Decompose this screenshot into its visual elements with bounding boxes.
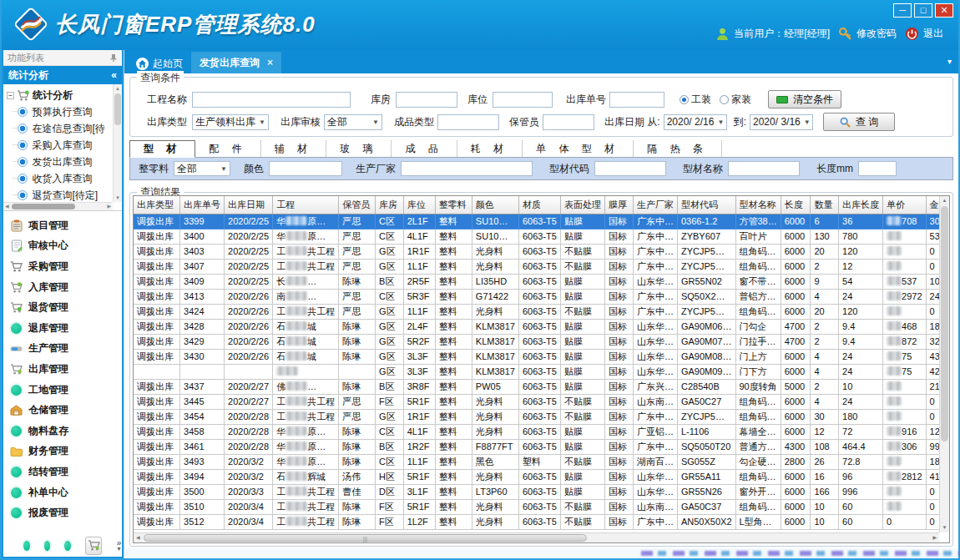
column-header[interactable]: 出库日期 <box>225 196 273 214</box>
column-header[interactable]: 保管员 <box>339 196 376 214</box>
product-type-input[interactable] <box>437 114 499 130</box>
column-header[interactable]: 工程 <box>273 196 339 214</box>
material-tab-5[interactable]: 耗 材 <box>457 140 523 157</box>
table-row[interactable]: 调拨出库34072020/2/25工共工程严思G区1L1F整料光身料6063-T… <box>134 259 949 274</box>
sidebar-item-补单中心[interactable]: 补单中心 <box>10 482 120 503</box>
table-row[interactable]: 调拨出库33992020/2/25华原…严思C区2L1F整料SU10…6063-… <box>134 214 949 229</box>
material-tab-6[interactable]: 单 体 型 材 <box>523 140 634 157</box>
grid-vertical-scrollbar[interactable]: ▲▼ <box>939 196 949 532</box>
column-header[interactable]: 库房 <box>376 196 404 214</box>
radio-jiazhuang[interactable]: 家装 <box>720 93 751 107</box>
column-header[interactable]: 型材名称 <box>735 196 781 214</box>
warehouse-input[interactable] <box>396 92 457 108</box>
table-row[interactable]: 调拨出库34002020/2/25华原…严思C区4L1F整料SU10…6063-… <box>134 229 949 244</box>
tree-vertical-scrollbar[interactable]: ▲ ▼ <box>113 84 122 202</box>
table-row[interactable]: 调拨出库34132020/2/26南…严思C区5R3F整料G714226063-… <box>134 289 949 304</box>
sidebar-item-项目管理[interactable]: 项目管理 <box>10 215 120 236</box>
table-row[interactable]: 调拨出库34032020/2/25工共工程严思G区1R1F整料光身料6063-T… <box>134 244 949 259</box>
project-name-input[interactable] <box>192 92 351 108</box>
column-header[interactable]: 型材代码 <box>677 196 735 214</box>
column-header[interactable]: 表面处理 <box>560 196 604 214</box>
date-from-select[interactable]: 2020/ 2/16▼ <box>664 114 727 130</box>
column-header[interactable]: 颜色 <box>472 196 518 214</box>
column-header[interactable]: 单价 <box>883 196 926 214</box>
keeper-input[interactable] <box>543 114 594 130</box>
sidebar-item-退货管理[interactable]: 退货管理 <box>10 297 120 318</box>
grid-horizontal-scrollbar[interactable]: ◀▶ <box>134 532 939 542</box>
column-header[interactable]: 库位 <box>403 196 435 214</box>
table-row[interactable]: 调拨出库34302020/2/26石城陈琳G区3L3F整料KLM38176063… <box>134 349 949 364</box>
table-row[interactable]: 调拨出库35122020/3/4工共工程陈琳F区1L2F整料光身料6063-T5… <box>134 514 949 529</box>
table-row[interactable]: 调拨出库34582020/2/28华原…陈琳C区4L1F整料光身料6063-T5… <box>134 424 949 439</box>
tree-item-预算执行查询[interactable]: ┄预算执行查询 <box>7 103 110 120</box>
tree-item-采购入库查询[interactable]: ┄采购入库查询 <box>7 137 110 154</box>
column-header[interactable]: 数量 <box>811 196 839 214</box>
table-row[interactable]: 调拨出库34372020/2/27佛…陈琳B区3R8F整料PW056063-T5… <box>134 379 949 394</box>
audit-select[interactable]: 全部▼ <box>324 114 382 130</box>
table-row[interactable]: 调拨出库34282020/2/26石城陈琳G区2L4F整料KLM38176063… <box>134 319 949 334</box>
length-input[interactable] <box>858 161 897 176</box>
location-input[interactable] <box>493 92 553 108</box>
tree-root[interactable]: − 统计分析 <box>7 87 110 103</box>
column-header[interactable]: 出库长度 <box>839 196 883 214</box>
column-header[interactable]: 整零料 <box>435 196 472 214</box>
minimize-button[interactable]: ─ <box>893 3 912 18</box>
sidebar-item-退库管理[interactable]: 退库管理 <box>10 318 120 339</box>
cart-shortcut-button[interactable] <box>85 537 102 555</box>
tree-item-发货出库查询[interactable]: ┄发货出库查询 <box>7 154 110 170</box>
teal-dot-icon[interactable] <box>23 541 30 551</box>
table-row[interactable]: 调拨出库35002020/3/3工共工程曹佳D区3L1F整料LT3P606063… <box>134 484 949 499</box>
material-tab-7[interactable]: 隔 热 条 <box>634 140 722 157</box>
table-row[interactable]: 调拨出库34942020/3/2石辉城汤伟H区5R1F整料光身料6063-T5贴… <box>134 469 949 484</box>
table-row[interactable]: G区3L3F整料KLM38176063-T5贴膜国标山东华…GA90M09…门下… <box>134 364 949 379</box>
pin-icon[interactable] <box>109 53 118 63</box>
material-tab-4[interactable]: 成 品 <box>392 140 457 157</box>
section-header-stats[interactable]: 统计分析 « <box>3 66 122 84</box>
column-header[interactable]: 膜厚 <box>604 196 633 214</box>
radio-gongzhuang[interactable]: 工装 <box>680 93 711 107</box>
order-no-input[interactable] <box>609 92 664 108</box>
sidebar-item-工地管理[interactable]: 工地管理 <box>10 380 120 401</box>
tab-list-caret-icon[interactable]: ▾ <box>947 57 952 66</box>
tree-item-退货查询[待定][interactable]: ┄退货查询[待定] <box>7 187 110 204</box>
tree-item-在途信息查询[待[interactable]: ┄在途信息查询[待 <box>7 120 110 137</box>
sidebar-item-财务管理[interactable]: 财务管理 <box>10 441 120 462</box>
collapse-icon[interactable]: « <box>111 69 117 81</box>
out-type-select[interactable]: 生产领料出库▼ <box>192 114 269 130</box>
teal-dot-icon[interactable] <box>64 541 71 551</box>
sidebar-item-生产管理[interactable]: 生产管理 <box>10 339 120 360</box>
table-row[interactable]: 调拨出库34932020/3/2华原…陈琳C区1L1F整料黑色塑料不贴膜国标湖南… <box>134 454 949 469</box>
color-input[interactable] <box>269 161 342 176</box>
column-header[interactable]: 生产厂家 <box>633 196 677 214</box>
change-password-link[interactable]: 修改密码 <box>838 27 897 41</box>
search-button[interactable]: 查 询 <box>823 113 895 131</box>
sidebar-item-结转管理[interactable]: 结转管理 <box>10 462 120 482</box>
table-row[interactable]: 调拨出库35102020/3/4工共工程陈琳F区5R1F整料光身料6063-T5… <box>134 499 949 514</box>
clear-conditions-button[interactable]: 清空条件 <box>768 90 841 108</box>
table-row[interactable]: 调拨出库34092020/2/25长…陈琳B区2R5F整料LI35HD6063-… <box>134 274 949 289</box>
table-row[interactable]: 调拨出库34612020/2/28华原…陈琳B区1R2F整料F8877FT606… <box>134 439 949 454</box>
maximize-button[interactable]: □ <box>914 3 932 18</box>
tab-shipment-query[interactable]: 发货出库查询 × <box>191 52 281 73</box>
table-row[interactable]: 调拨出库34292020/2/26石城陈琳G区5R2F整料KLM38176063… <box>134 334 949 349</box>
sidebar-item-报废管理[interactable]: 报废管理 <box>10 502 120 523</box>
date-to-select[interactable]: 2020/ 3/16▼ <box>750 114 813 130</box>
column-header[interactable]: 材质 <box>518 196 560 214</box>
sidebar-item-物料盘存[interactable]: 物料盘存 <box>10 421 120 441</box>
column-header[interactable]: 长度 <box>781 196 811 214</box>
sidebar-overflow-button[interactable]: » ▼ <box>116 540 122 552</box>
material-tab-0[interactable]: 型 材 <box>129 140 195 158</box>
name-input[interactable] <box>728 161 800 176</box>
close-button[interactable]: ✕ <box>935 3 953 18</box>
column-header[interactable]: 出库类型 <box>134 196 180 214</box>
sidebar-item-审核中心[interactable]: 审核中心 <box>10 236 120 257</box>
sidebar-item-采购管理[interactable]: 采购管理 <box>10 256 120 277</box>
zl-select[interactable]: 全部▼ <box>174 161 230 176</box>
tree-horizontal-scrollbar[interactable]: ◀ ▶ <box>3 202 113 210</box>
table-row[interactable]: 调拨出库34452020/2/27工共工程严思F区5R1F整料光身料6063-T… <box>134 394 949 409</box>
code-input[interactable] <box>594 161 666 176</box>
material-tab-2[interactable]: 辅 材 <box>261 140 326 157</box>
teal-dot-icon[interactable] <box>44 541 51 551</box>
logout-link[interactable]: 退出 <box>905 27 943 41</box>
material-tab-3[interactable]: 玻 璃 <box>326 140 392 157</box>
